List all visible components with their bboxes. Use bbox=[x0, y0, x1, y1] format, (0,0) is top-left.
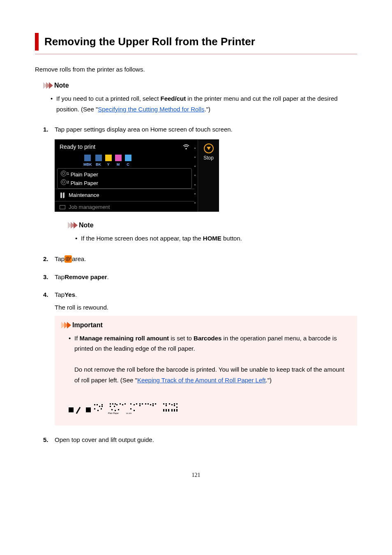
svg-rect-13 bbox=[101, 408, 102, 409]
wifi-icon bbox=[183, 143, 189, 150]
svg-rect-15 bbox=[112, 403, 113, 405]
svg-rect-43 bbox=[169, 403, 170, 405]
svg-rect-31 bbox=[142, 403, 143, 405]
important-heading: Important bbox=[72, 321, 103, 329]
svg-rect-34 bbox=[150, 404, 151, 405]
stop-icon bbox=[204, 143, 214, 153]
svg-rect-33 bbox=[148, 403, 149, 405]
roll-1-label: Plain Paper bbox=[71, 171, 98, 178]
paper-settings-area[interactable]: 1 Plain Paper 2 Plain Paper bbox=[57, 168, 192, 189]
note-block-2: Note • If the Home screen does not appea… bbox=[68, 222, 357, 244]
svg-rect-47 bbox=[176, 403, 178, 405]
intro-text: Remove rolls from the printer as follows… bbox=[35, 66, 357, 73]
note2-text: If the Home screen does not appear, tap … bbox=[81, 233, 357, 244]
svg-point-1 bbox=[67, 258, 69, 259]
step-4: Tap Yes. bbox=[43, 291, 357, 298]
step-3: Tap Remove paper. bbox=[43, 273, 357, 280]
svg-rect-7 bbox=[97, 404, 98, 405]
svg-rect-10 bbox=[101, 406, 103, 407]
svg-rect-5 bbox=[86, 407, 91, 412]
roll-1-icon bbox=[61, 171, 67, 176]
svg-rect-36 bbox=[152, 405, 154, 406]
note-heading-2: Note bbox=[79, 222, 94, 229]
note-heading: Note bbox=[54, 82, 69, 89]
page-number: 121 bbox=[35, 472, 357, 479]
job-label: Job management bbox=[69, 204, 110, 210]
svg-point-0 bbox=[66, 257, 70, 261]
svg-rect-29 bbox=[139, 403, 141, 405]
roll-2-icon bbox=[61, 179, 67, 185]
svg-rect-37 bbox=[155, 403, 156, 405]
step-4-detail: The roll is rewound. bbox=[55, 304, 357, 311]
svg-rect-48 bbox=[176, 407, 178, 408]
svg-rect-3 bbox=[69, 407, 74, 412]
maintenance-label: Maintenance bbox=[69, 192, 99, 198]
svg-rect-45 bbox=[174, 403, 175, 405]
svg-rect-25 bbox=[118, 409, 119, 410]
svg-rect-35 bbox=[152, 403, 154, 405]
svg-rect-50 bbox=[166, 409, 167, 412]
svg-rect-12 bbox=[97, 410, 99, 411]
svg-rect-8 bbox=[99, 406, 100, 407]
svg-rect-41 bbox=[166, 403, 167, 405]
svg-rect-18 bbox=[114, 406, 115, 407]
important-block: Important • If Manage remaining roll amo… bbox=[55, 316, 357, 426]
svg-rect-17 bbox=[110, 406, 111, 407]
svg-rect-51 bbox=[168, 409, 169, 412]
svg-text:1: 1 bbox=[70, 257, 71, 259]
printer-touchscreen: Stop Ready to print MBKBKYMC 1 Plain Pap… bbox=[55, 139, 219, 212]
barcode-illustration: Plain Paper xx.xm bbox=[69, 392, 350, 418]
step-5: Open top cover and lift output guide. bbox=[43, 436, 357, 443]
svg-rect-20 bbox=[120, 403, 121, 405]
svg-rect-22 bbox=[125, 403, 126, 405]
svg-rect-11 bbox=[94, 408, 95, 409]
svg-rect-39 bbox=[134, 410, 135, 411]
job-management-row[interactable]: Job management bbox=[55, 201, 194, 212]
job-icon bbox=[60, 205, 65, 209]
maintenance-icon bbox=[60, 192, 65, 198]
svg-rect-27 bbox=[134, 404, 135, 405]
note1-text: If you need to cut a printed roll, selec… bbox=[56, 93, 357, 114]
note-chevron-icon bbox=[43, 82, 52, 89]
stop-label: Stop bbox=[203, 155, 214, 161]
svg-rect-9 bbox=[101, 404, 103, 405]
svg-rect-23 bbox=[111, 409, 113, 410]
svg-rect-4 bbox=[76, 407, 81, 414]
svg-rect-28 bbox=[136, 403, 137, 405]
step-2: Tap 1 area. bbox=[43, 255, 357, 263]
svg-rect-49 bbox=[163, 409, 164, 412]
svg-rect-53 bbox=[174, 409, 175, 412]
svg-rect-54 bbox=[176, 409, 178, 412]
roll-1-area-icon: 1 bbox=[65, 255, 72, 263]
svg-rect-16 bbox=[115, 403, 116, 405]
svg-rect-42 bbox=[166, 405, 167, 406]
svg-rect-6 bbox=[94, 404, 95, 405]
svg-rect-52 bbox=[171, 409, 173, 412]
ink-levels[interactable]: MBKBKYMC bbox=[55, 153, 194, 168]
svg-text:Plain Paper: Plain Paper bbox=[108, 412, 119, 414]
important-text: If Manage remaining roll amount is set t… bbox=[74, 333, 350, 386]
svg-rect-21 bbox=[122, 404, 123, 405]
svg-rect-44 bbox=[171, 404, 173, 405]
svg-rect-26 bbox=[130, 403, 131, 405]
step-1: Tap paper settings display area on Home … bbox=[43, 126, 357, 133]
roll-2-label: Plain Paper bbox=[71, 180, 98, 186]
svg-rect-32 bbox=[145, 403, 146, 405]
page-title: Removing the Upper Roll from the Printer bbox=[44, 33, 255, 51]
svg-rect-30 bbox=[139, 405, 141, 406]
note-chevron-icon bbox=[68, 222, 76, 229]
link-cutting-method[interactable]: Specifying the Cutting Method for Rolls bbox=[98, 106, 204, 113]
link-roll-paper-left[interactable]: Keeping Track of the Amount of Roll Pape… bbox=[137, 377, 266, 384]
screen-status: Ready to print bbox=[60, 143, 95, 150]
stop-button-area[interactable]: Stop bbox=[198, 139, 219, 212]
svg-rect-24 bbox=[115, 410, 116, 411]
svg-rect-40 bbox=[163, 403, 164, 405]
important-chevron-icon bbox=[61, 322, 70, 328]
svg-text:xx.xm: xx.xm bbox=[126, 412, 131, 414]
svg-rect-38 bbox=[130, 408, 131, 409]
svg-rect-14 bbox=[110, 403, 111, 405]
svg-rect-19 bbox=[116, 404, 118, 405]
note-block-1: Note • If you need to cut a printed roll… bbox=[43, 82, 357, 114]
maintenance-row[interactable]: Maintenance bbox=[55, 189, 194, 201]
svg-rect-46 bbox=[174, 405, 175, 406]
